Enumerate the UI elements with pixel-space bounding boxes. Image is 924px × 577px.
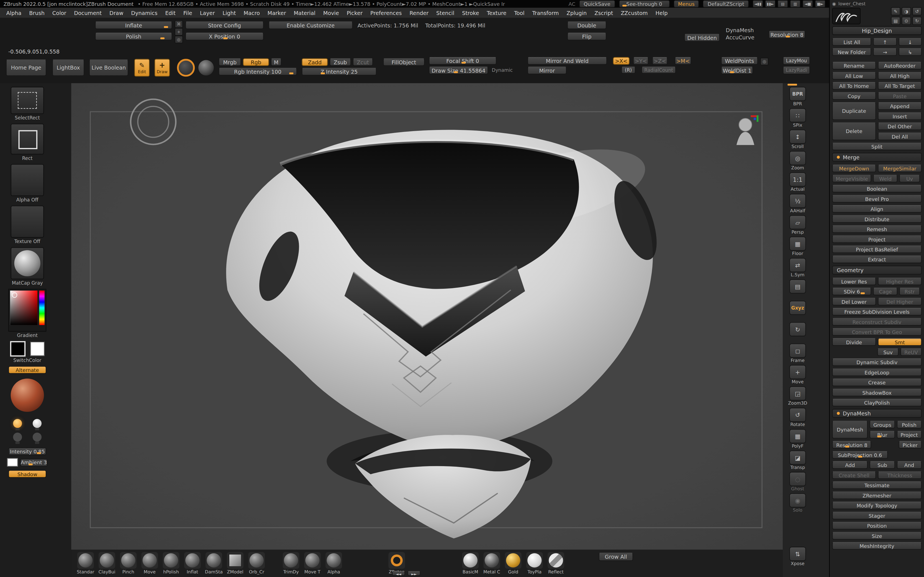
titlebar-icon-5[interactable]: ■► <box>815 0 826 8</box>
shelf-scroll-left[interactable]: ◄◄ <box>392 571 405 576</box>
paste-button[interactable]: Paste <box>878 92 922 100</box>
brush-gold[interactable]: Gold <box>503 552 524 574</box>
ambient-slider[interactable]: Ambient 3 <box>20 458 48 466</box>
light-4-bulb-icon[interactable] <box>33 433 42 442</box>
polish-slider[interactable]: Polish <box>95 33 172 40</box>
menu-dynamics[interactable]: Dynamics <box>127 10 161 16</box>
rename-button[interactable]: Rename <box>832 62 876 69</box>
groups-button[interactable]: Groups <box>870 421 895 429</box>
shelf-ghost[interactable]: ◌Ghost <box>785 472 810 492</box>
light-1-bulb-icon[interactable] <box>13 419 22 428</box>
resolution-slider[interactable]: Resolution 8 <box>769 31 805 39</box>
store-config-button[interactable]: Store Config <box>185 21 264 29</box>
menu-color[interactable]: Color <box>48 10 70 16</box>
shadow-button[interactable]: Shadow <box>8 470 46 478</box>
focal-shift-slider[interactable]: Focal Shift 0 <box>429 57 497 65</box>
shelf-persp[interactable]: ▱Persp <box>785 215 810 235</box>
menu-zplugin[interactable]: Zplugin <box>562 10 591 16</box>
mirror-and-weld-button[interactable]: Mirror And Weld <box>527 57 607 65</box>
texture-off-thumbnail[interactable] <box>11 206 44 238</box>
zcut-toggle[interactable]: Zcut <box>353 58 373 66</box>
titlebar-icon-0[interactable]: ◄▮▮ <box>752 0 763 8</box>
subprojection-0-6-slider[interactable]: SubProjection 0.6 <box>832 451 888 459</box>
brush-orb-cr[interactable]: Orb_Cr <box>246 552 267 574</box>
reuv-button[interactable]: ReUV <box>900 348 922 356</box>
suv-button[interactable]: Suv <box>877 348 899 356</box>
shelf-rotate[interactable]: ↺Rotate <box>785 408 810 427</box>
polish-button[interactable]: Polish <box>897 421 922 429</box>
titlebar-icon-4[interactable]: ◄■ <box>802 0 813 8</box>
weld-points-button[interactable]: WeldPoints <box>721 57 758 65</box>
menu-edit[interactable]: Edit <box>161 10 179 16</box>
current-tool-thumbnail[interactable] <box>832 8 861 24</box>
blur-slider[interactable]: Blur <box>870 431 895 439</box>
freeze-subdivision-levels-button[interactable]: Freeze SubDivision Levels <box>832 308 922 316</box>
shelf-sync[interactable]: ↻ <box>785 322 810 342</box>
brush-alpha[interactable]: Alpha <box>323 552 344 574</box>
subtool-up-button[interactable]: ↑ <box>873 38 897 46</box>
section-geometry[interactable]: Geometry <box>832 266 922 275</box>
brush-inflat[interactable]: Inflat <box>182 552 203 574</box>
project-button[interactable]: Project <box>897 431 922 439</box>
size-button[interactable]: Size <box>832 532 922 540</box>
all-to-target-button[interactable]: All To Target <box>878 82 922 90</box>
mergedown-button[interactable]: MergeDown <box>832 164 876 172</box>
sdiv-6-slider[interactable]: SDiv 6 <box>832 288 871 295</box>
shelf-scroll-right[interactable]: ►► <box>407 571 421 576</box>
position-button[interactable]: Position <box>832 522 922 530</box>
menu-material[interactable]: Material <box>290 10 319 16</box>
current-material-sphere[interactable] <box>11 379 44 412</box>
brush-trimdy[interactable]: TrimDy <box>280 552 302 574</box>
menu-transform[interactable]: Transform <box>529 10 563 16</box>
lightbox-button[interactable]: LightBox <box>52 59 85 76</box>
project-button[interactable]: Project <box>832 235 922 243</box>
project-basrelief-button[interactable]: Project BasRelief <box>832 245 922 253</box>
autoreorder-button[interactable]: AutoReorder <box>878 62 922 69</box>
mrgb-toggle[interactable]: Mrgb <box>219 58 241 66</box>
shelf-zoom[interactable]: ◎Zoom <box>785 151 810 171</box>
move-out-button[interactable]: → <box>873 48 897 56</box>
mirror-y-toggle[interactable]: >Y< <box>633 57 649 65</box>
section-dynamesh[interactable]: DynaMesh <box>832 409 922 417</box>
brush-damsta[interactable]: DamSta <box>203 552 224 574</box>
rgb-toggle[interactable]: Rgb <box>243 58 269 66</box>
delete-button[interactable]: Delete <box>832 122 876 140</box>
shelf-scroll[interactable]: ↕Scroll <box>785 129 810 149</box>
sub-button[interactable]: Sub <box>870 461 895 469</box>
rgb-intensity-slider[interactable]: Rgb Intensity 100 <box>219 68 297 76</box>
x-position-slider[interactable]: X Position 0 <box>185 33 264 40</box>
list-all-button[interactable]: List All <box>832 38 871 46</box>
matcap-thumbnail[interactable] <box>11 247 44 279</box>
subtool-eye-icon[interactable]: ◉ <box>832 1 836 6</box>
zsub-toggle[interactable]: Zsub <box>329 58 351 66</box>
ring-icon[interactable]: ◎ <box>175 36 183 44</box>
dynamesh-button[interactable]: DynaMesh <box>832 421 868 438</box>
m-toggle[interactable]: M <box>271 58 282 66</box>
see-through-slider[interactable]: See-through 0 <box>619 0 670 8</box>
light-3-bulb-icon[interactable] <box>13 433 22 442</box>
light-2-bulb-icon[interactable] <box>33 419 42 428</box>
new-folder-button[interactable]: New Folder <box>832 48 871 56</box>
tessimate-button[interactable]: Tessimate <box>832 481 922 489</box>
lower-res-button[interactable]: Lower Res <box>832 277 876 285</box>
sculpt-viewport[interactable] <box>71 83 783 550</box>
rstr-button[interactable]: Rstr <box>899 288 920 295</box>
shelf-l-sym[interactable]: ⇄L.Sym <box>785 258 810 278</box>
split-button[interactable]: Split <box>832 143 922 150</box>
distribute-button[interactable]: Distribute <box>832 215 922 223</box>
dynamic-subdiv-button[interactable]: Dynamic Subdiv <box>832 358 922 366</box>
edit-mode-button[interactable]: ✎ Edit <box>134 59 150 76</box>
create-shell-button[interactable]: Create Shell <box>832 471 876 479</box>
ambient-color-swatch[interactable] <box>7 458 18 466</box>
tool-head-icon-4[interactable]: ⊙ <box>902 17 911 25</box>
menu-layer[interactable]: Layer <box>196 10 219 16</box>
titlebar-icon-1[interactable]: ▮▮► <box>765 0 776 8</box>
double-button[interactable]: Double <box>567 21 607 29</box>
brush-hpolish[interactable]: hPolish <box>161 552 182 574</box>
thickness-button[interactable]: Thickness <box>878 471 922 479</box>
boolean-button[interactable]: Boolean <box>832 185 922 193</box>
main-color-swatch[interactable] <box>10 341 26 357</box>
secondary-color-swatch[interactable] <box>30 342 44 356</box>
menu-zzcustom[interactable]: ZZcustom <box>617 10 651 16</box>
del-higher-button[interactable]: Del Higher <box>878 298 922 305</box>
